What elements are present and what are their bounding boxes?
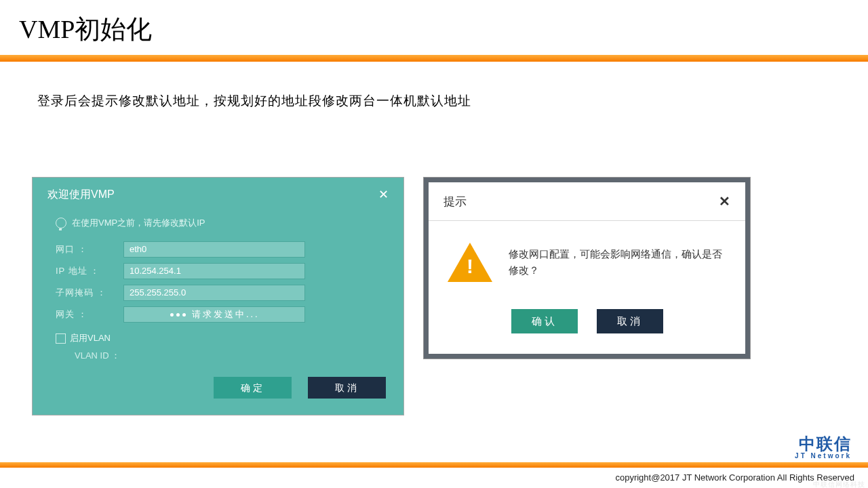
vmp-cancel-button[interactable]: 取消: [308, 377, 386, 399]
top-divider: [0, 55, 868, 62]
vmp-panel-title: 欢迎使用VMP: [47, 188, 115, 202]
warning-icon: !: [448, 243, 492, 282]
brand-logo-cn: 中联信: [795, 436, 852, 452]
bottom-divider: [0, 462, 868, 468]
input-ip[interactable]: 10.254.254.1: [123, 263, 305, 279]
vmp-ok-button[interactable]: 确定: [214, 377, 292, 399]
row-vlan-id: VLAN ID ：: [33, 347, 403, 377]
input-port[interactable]: eth0: [123, 241, 305, 258]
row-mask: 子网掩码 ： 255.255.255.0: [33, 282, 403, 304]
confirm-dialog: 提示 ✕ ! 修改网口配置，可能会影响网络通信，确认是否修改？ 确认 取消: [424, 178, 750, 359]
loading-text: 请求发送中...: [192, 309, 260, 319]
slide-title: VMP初始化: [0, 0, 868, 55]
vmp-button-row: 确定 取消: [33, 377, 403, 415]
vmp-tip-text: 在使用VMP之前，请先修改默认IP: [72, 217, 205, 229]
confirm-ok-button[interactable]: 确认: [511, 309, 578, 333]
confirm-body: ! 修改网口配置，可能会影响网络通信，确认是否修改？: [429, 221, 745, 309]
panels-row: 欢迎使用VMP ✕ 在使用VMP之前，请先修改默认IP 网口 ： eth0 IP…: [0, 110, 868, 415]
confirm-header: 提示 ✕: [429, 182, 745, 221]
label-port: 网口 ：: [56, 243, 123, 256]
watermark-text: 中联信网络科技: [813, 480, 865, 488]
warning-exclamation: !: [467, 255, 473, 278]
brand-logo: 中联信 JT Network: [795, 436, 852, 460]
vmp-welcome-panel: 欢迎使用VMP ✕ 在使用VMP之前，请先修改默认IP 网口 ： eth0 IP…: [33, 178, 403, 415]
row-port: 网口 ： eth0: [33, 239, 403, 260]
lightbulb-icon: [56, 218, 66, 228]
label-gateway: 网关 ：: [56, 308, 123, 321]
row-ip: IP 地址 ： 10.254.254.1: [33, 260, 403, 282]
label-vlan-id: VLAN ID ：: [75, 350, 120, 361]
row-enable-vlan[interactable]: 启用VLAN: [33, 325, 403, 347]
slide-body-text: 登录后会提示修改默认地址，按规划好的地址段修改两台一体机默认地址: [0, 62, 868, 110]
brand-logo-en: JT Network: [795, 452, 852, 460]
loading-dots-icon: [169, 307, 187, 322]
label-ip: IP 地址 ：: [56, 265, 123, 277]
input-mask[interactable]: 255.255.255.0: [123, 285, 305, 301]
row-gateway: 网关 ： 请求发送中...: [33, 304, 403, 325]
input-gateway-loading[interactable]: 请求发送中...: [123, 306, 305, 323]
label-enable-vlan: 启用VLAN: [70, 332, 111, 344]
vmp-tip-row: 在使用VMP之前，请先修改默认IP: [33, 207, 403, 239]
vmp-panel-header: 欢迎使用VMP ✕: [33, 178, 403, 207]
checkbox-icon[interactable]: [56, 333, 66, 344]
close-icon[interactable]: ✕: [378, 187, 389, 202]
confirm-title: 提示: [443, 194, 467, 209]
close-icon[interactable]: ✕: [719, 193, 730, 209]
confirm-button-row: 确认 取消: [429, 309, 745, 354]
confirm-message: 修改网口配置，可能会影响网络通信，确认是否修改？: [509, 246, 728, 279]
confirm-cancel-button[interactable]: 取消: [597, 309, 663, 333]
label-mask: 子网掩码 ：: [56, 287, 123, 299]
